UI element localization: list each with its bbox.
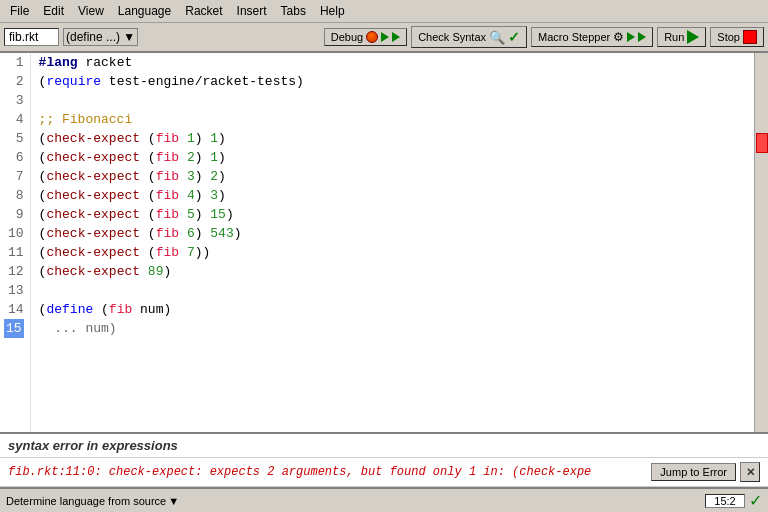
cursor-position: 15:2 — [705, 494, 745, 508]
scrollbar[interactable] — [754, 53, 768, 432]
code-line-2: (require test-engine/racket-tests) — [39, 72, 746, 91]
jump-to-error-button[interactable]: Jump to Error — [651, 463, 736, 481]
editor-container: 1 2 3 4 5 6 7 8 9 10 11 12 13 14 15 #lan… — [0, 53, 768, 432]
green-checkmark-icon[interactable]: ✓ — [749, 491, 762, 510]
error-message-bar: fib.rkt:11:0: check-expect: expects 2 ar… — [0, 458, 768, 487]
line-num-5: 5 — [4, 129, 24, 148]
line-num-7: 7 — [4, 167, 24, 186]
define-dropdown-label: (define ...) ▼ — [66, 30, 135, 44]
status-bar: Determine language from source ▼ 15:2 ✓ — [0, 487, 768, 512]
menu-racket[interactable]: Racket — [179, 2, 228, 20]
line-num-8: 8 — [4, 186, 24, 205]
macro-stepper-button[interactable]: Macro Stepper ⚙ — [531, 27, 653, 47]
code-line-4: ;; Fibonacci — [39, 110, 746, 129]
code-line-6: (check-expect (fib 2) 1) — [39, 148, 746, 167]
language-dropdown-arrow: ▼ — [168, 495, 179, 507]
line-num-6: 6 — [4, 148, 24, 167]
error-message-text: fib.rkt:11:0: check-expect: expects 2 ar… — [8, 465, 647, 479]
menu-file[interactable]: File — [4, 2, 35, 20]
close-error-button[interactable]: ✕ — [740, 462, 760, 482]
macro-stepper-label: Macro Stepper — [538, 31, 610, 43]
debug-circle-icon — [366, 31, 378, 43]
toolbar-right: Debug Check Syntax 🔍 ✓ Macro Stepper ⚙ R… — [324, 26, 764, 48]
code-line-14: (define (fib num) — [39, 300, 746, 319]
debug-play2-icon — [392, 32, 400, 42]
menu-language[interactable]: Language — [112, 2, 177, 20]
run-button[interactable]: Run — [657, 27, 706, 47]
line-numbers: 1 2 3 4 5 6 7 8 9 10 11 12 13 14 15 — [0, 53, 31, 432]
line-num-13: 13 — [4, 281, 24, 300]
status-right: 15:2 ✓ — [705, 491, 762, 510]
check-syntax-button[interactable]: Check Syntax 🔍 ✓ — [411, 26, 527, 48]
debug-play-icon — [381, 32, 389, 42]
line-num-9: 9 — [4, 205, 24, 224]
scrollbar-thumb[interactable] — [756, 133, 768, 153]
menu-insert[interactable]: Insert — [231, 2, 273, 20]
line-num-3: 3 — [4, 91, 24, 110]
stop-icon — [743, 30, 757, 44]
code-line-11: (check-expect (fib 7)) — [39, 243, 746, 262]
debug-label: Debug — [331, 31, 363, 43]
stop-button[interactable]: Stop — [710, 27, 764, 47]
menu-tabs[interactable]: Tabs — [275, 2, 312, 20]
code-line-12: (check-expect 89) — [39, 262, 746, 281]
magnify-icon: 🔍 — [489, 30, 505, 45]
filename-label: fib.rkt — [4, 28, 59, 46]
code-line-13 — [39, 281, 746, 300]
macro-play2-icon — [638, 32, 646, 42]
line-num-2: 2 — [4, 72, 24, 91]
menu-view[interactable]: View — [72, 2, 110, 20]
line-num-11: 11 — [4, 243, 24, 262]
macro-icon: ⚙ — [613, 30, 624, 44]
code-area[interactable]: #lang racket (require test-engine/racket… — [31, 53, 754, 432]
language-label: Determine language from source — [6, 495, 166, 507]
macro-play-icon — [627, 32, 635, 42]
line-num-1: 1 — [4, 53, 24, 72]
menu-bar: File Edit View Language Racket Insert Ta… — [0, 0, 768, 23]
line-num-12: 12 — [4, 262, 24, 281]
language-dropdown[interactable]: Determine language from source ▼ — [6, 495, 701, 507]
check-icon: ✓ — [508, 29, 520, 45]
code-line-3 — [39, 91, 746, 110]
run-label: Run — [664, 31, 684, 43]
run-icon — [687, 30, 699, 44]
menu-help[interactable]: Help — [314, 2, 351, 20]
code-line-10: (check-expect (fib 6) 543) — [39, 224, 746, 243]
line-num-4: 4 — [4, 110, 24, 129]
code-line-15: ... num) — [39, 319, 746, 338]
error-header: syntax error in expressions — [0, 432, 768, 458]
line-num-14: 14 — [4, 300, 24, 319]
line-num-10: 10 — [4, 224, 24, 243]
code-line-8: (check-expect (fib 4) 3) — [39, 186, 746, 205]
debug-button[interactable]: Debug — [324, 28, 407, 46]
menu-edit[interactable]: Edit — [37, 2, 70, 20]
code-line-7: (check-expect (fib 3) 2) — [39, 167, 746, 186]
check-syntax-label: Check Syntax — [418, 31, 486, 43]
code-line-1: #lang racket — [39, 53, 746, 72]
stop-label: Stop — [717, 31, 740, 43]
code-line-9: (check-expect (fib 5) 15) — [39, 205, 746, 224]
code-line-5: (check-expect (fib 1) 1) — [39, 129, 746, 148]
toolbar-left: fib.rkt (define ...) ▼ — [4, 28, 138, 46]
line-num-15-current: 15 — [4, 319, 24, 338]
define-dropdown[interactable]: (define ...) ▼ — [63, 28, 138, 46]
error-header-text: syntax error in expressions — [8, 438, 178, 453]
toolbar: fib.rkt (define ...) ▼ Debug Check Synta… — [0, 23, 768, 53]
